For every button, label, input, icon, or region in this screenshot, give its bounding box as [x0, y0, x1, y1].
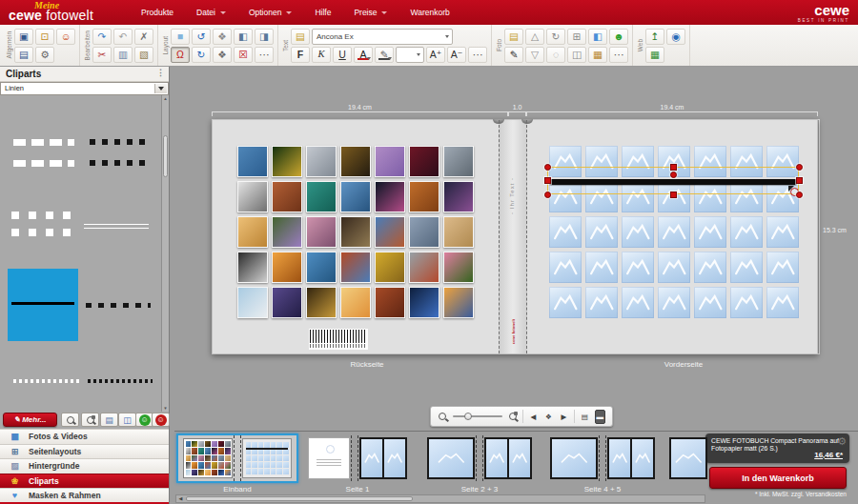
- photo-placeholder[interactable]: [766, 252, 799, 283]
- photo-placeholder[interactable]: [766, 216, 799, 248]
- photo-tile[interactable]: [306, 181, 337, 212]
- scroll-down-icon[interactable]: ▼: [162, 406, 169, 411]
- selection-handle[interactable]: [796, 177, 803, 184]
- panel-search-settings-button[interactable]: [81, 413, 99, 427]
- photo-tile[interactable]: [375, 287, 405, 318]
- thumbnail-box[interactable]: [548, 433, 657, 483]
- clipart-category-select[interactable]: Linien: [0, 82, 169, 95]
- thumbnail-scrollbar[interactable]: ◀: [175, 494, 705, 503]
- clipart-white-dashed-line-2[interactable]: [13, 160, 74, 167]
- photo-rotate-icon[interactable]: ↻: [546, 29, 565, 45]
- photo-placeholder[interactable]: [658, 252, 690, 283]
- save-as-icon[interactable]: ▤: [14, 47, 33, 63]
- save-icon[interactable]: ▣: [14, 29, 33, 45]
- selection-handle[interactable]: [544, 192, 551, 198]
- bold-button[interactable]: F: [291, 47, 310, 63]
- photo-placeholder[interactable]: [585, 287, 618, 318]
- underline-button[interactable]: U: [333, 47, 352, 63]
- selection-handle[interactable]: [670, 164, 677, 171]
- photo-placeholder[interactable]: [694, 287, 726, 318]
- photo-tile[interactable]: [375, 216, 405, 248]
- open-project-icon[interactable]: ⊡: [35, 29, 54, 45]
- photo-placeholder[interactable]: [622, 216, 654, 248]
- menu-item-produkte[interactable]: Produkte: [141, 8, 174, 17]
- selection-handle[interactable]: [670, 171, 677, 178]
- photo-crop-icon[interactable]: ⊞: [567, 29, 586, 45]
- selection-handle[interactable]: [544, 164, 551, 171]
- panel-print-button[interactable]: ▤: [100, 413, 118, 427]
- photo-shapes-icon[interactable]: △: [525, 29, 544, 45]
- photo-tile[interactable]: [237, 181, 268, 212]
- photo-placeholder[interactable]: [730, 216, 763, 248]
- photo-placeholder[interactable]: [658, 287, 690, 318]
- photo-tile[interactable]: [409, 216, 439, 248]
- photo-tile[interactable]: [409, 181, 439, 212]
- photo-placeholder[interactable]: [694, 216, 726, 248]
- next-page-button[interactable]: ▶: [559, 410, 569, 424]
- rotate-left-icon[interactable]: ↺: [192, 29, 211, 45]
- photo-tile[interactable]: [237, 216, 268, 248]
- sidebar-item-cliparts[interactable]: ❀Cliparts: [0, 474, 169, 489]
- selection-handle[interactable]: [796, 164, 803, 171]
- photo-placeholder[interactable]: [658, 216, 690, 248]
- panel-menu-icon[interactable]: ⋮: [156, 68, 165, 77]
- web-photo-icon[interactable]: ▦: [645, 47, 664, 63]
- clipart-white-squares-line[interactable]: [11, 212, 72, 236]
- page-thumbnail[interactable]: Seite 2 + 3: [425, 433, 534, 494]
- photo-placeholder[interactable]: [622, 287, 654, 318]
- photo-tile[interactable]: [272, 287, 302, 318]
- thumbnail-box[interactable]: [425, 433, 534, 483]
- prev-page-button[interactable]: ◀: [528, 410, 539, 424]
- cut-icon[interactable]: ✂: [92, 47, 112, 63]
- font-preview-icon[interactable]: ▤: [291, 29, 310, 45]
- clipart-black-dotted-line-3[interactable]: [86, 303, 151, 308]
- web-upload-icon[interactable]: ↥: [645, 29, 664, 45]
- more-cliparts-button[interactable]: ✎Mehr...: [3, 413, 57, 427]
- menu-item-datei[interactable]: Datei: [196, 8, 226, 17]
- clipart-black-dotted-line[interactable]: [90, 139, 149, 145]
- sidebar-item-masken-rahmen[interactable]: ♥Masken & Rahmen: [0, 488, 169, 503]
- book-spread[interactable]: - Ihr Text - cewe fotowelt: [212, 119, 818, 354]
- sidebar-item-hintergr-nde[interactable]: ▨Hintergründe: [0, 458, 169, 474]
- font-increase-button[interactable]: A⁺: [426, 47, 445, 63]
- photo-tile[interactable]: [443, 216, 474, 248]
- add-to-cart-button[interactable]: In den Warenkorb: [709, 467, 847, 489]
- photo-tile[interactable]: [340, 252, 371, 283]
- web-globe-icon[interactable]: ◉: [666, 29, 685, 45]
- panel-book-preview-button[interactable]: ◫: [118, 413, 136, 427]
- photo-placeholder[interactable]: [549, 252, 582, 283]
- photo-tile[interactable]: [443, 146, 474, 177]
- selection-handle[interactable]: [670, 192, 677, 198]
- layout-more-icon[interactable]: ⋯: [255, 47, 274, 63]
- font-size-select[interactable]: [396, 47, 424, 63]
- photo-tile[interactable]: [443, 181, 474, 212]
- clipart-white-fine-dotted-line[interactable]: [13, 379, 80, 383]
- price-amount[interactable]: 16,46 €*: [814, 451, 843, 460]
- scroll-up-icon[interactable]: ▲: [162, 96, 169, 101]
- selection-handle[interactable]: [796, 192, 803, 198]
- sidebar-item-fotos-videos[interactable]: ▦Fotos & Videos: [0, 429, 169, 444]
- photo-tile[interactable]: [272, 216, 302, 248]
- photo-tile[interactable]: [409, 252, 439, 283]
- drag-page-icon[interactable]: ❖: [213, 29, 232, 45]
- photo-tile[interactable]: [306, 146, 337, 177]
- photo-placeholder[interactable]: [730, 252, 763, 283]
- photo-placeholder[interactable]: [549, 216, 582, 248]
- photo-copy-icon[interactable]: ◧: [588, 29, 607, 45]
- zoom-in-button[interactable]: [507, 410, 518, 424]
- photo-columns-icon[interactable]: ◫: [567, 47, 586, 63]
- photo-edit-icon[interactable]: ✎: [504, 47, 523, 63]
- menu-item-warenkorb[interactable]: Warenkorb: [410, 8, 449, 17]
- photo-tile[interactable]: [409, 146, 439, 177]
- page-thumbnail[interactable]: [669, 433, 707, 485]
- thumbnail-box[interactable]: [176, 433, 298, 483]
- thumbnail-box[interactable]: [669, 433, 707, 483]
- panel-offline-status-icon[interactable]: ☺: [152, 413, 170, 427]
- selection-handle[interactable]: [544, 177, 551, 184]
- panel-scrollbar[interactable]: ▲ ▼: [161, 95, 169, 412]
- snap-magnet-icon[interactable]: Ω: [171, 47, 190, 63]
- photo-placeholder[interactable]: [730, 287, 763, 318]
- photo-tile[interactable]: [272, 146, 302, 177]
- font-color-button[interactable]: A: [354, 47, 373, 63]
- thumbnail-scrollbar-thumb[interactable]: [186, 496, 413, 501]
